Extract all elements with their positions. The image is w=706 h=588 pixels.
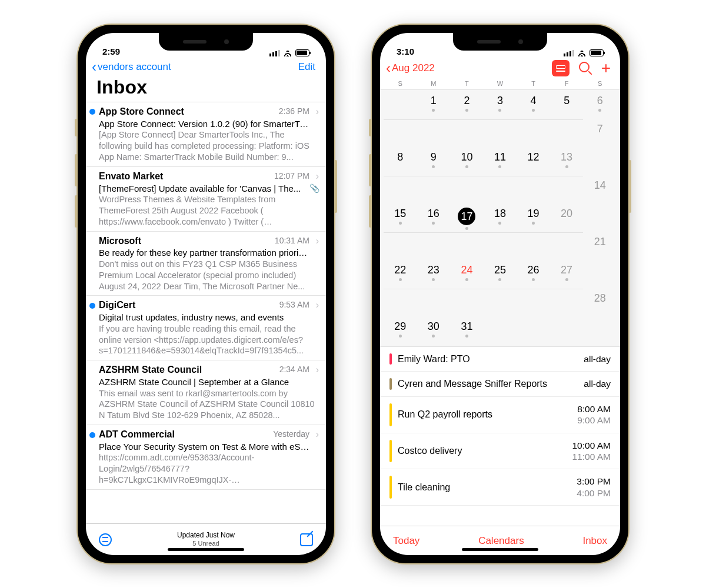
day-cell[interactable]: 9	[417, 148, 451, 176]
signal-icon	[564, 49, 574, 56]
day-cell	[484, 317, 517, 345]
search-icon[interactable]	[579, 62, 592, 75]
signal-icon	[269, 49, 280, 56]
day-cell[interactable]: 15	[384, 204, 417, 232]
event-item[interactable]: Emily Ward: PTOall-day	[380, 347, 620, 372]
day-cell[interactable]: 19	[517, 204, 550, 232]
day-cell[interactable]: 26	[517, 260, 550, 289]
day-cell[interactable]: 29	[384, 317, 417, 345]
day-cell[interactable]: 22	[384, 260, 417, 289]
day-cell[interactable]: 24	[450, 260, 484, 289]
mail-item[interactable]: ADT CommercialYesterday›Place Your Secur…	[86, 425, 326, 490]
chevron-right-icon: ›	[309, 171, 319, 183]
event-color-bar	[389, 440, 392, 463]
chevron-right-icon: ›	[309, 106, 319, 118]
day-cell[interactable]: 16	[417, 204, 451, 232]
event-item[interactable]: Costco delivery10:00 AM11:00 AM	[380, 433, 620, 470]
today-button[interactable]: Today	[393, 535, 419, 547]
day-cell[interactable]: 31	[450, 317, 484, 345]
day-cell[interactable]: 6	[583, 91, 617, 119]
add-event-button[interactable]: +	[601, 64, 611, 74]
day-cell[interactable]: 27	[550, 260, 584, 289]
inbox-button[interactable]: Inbox	[582, 535, 607, 547]
day-cell[interactable]: 1	[417, 91, 451, 119]
day-cell[interactable]: 14	[583, 176, 617, 204]
day-cell[interactable]: 8	[384, 148, 417, 176]
mail-item[interactable]: Microsoft10:31 AM›Be ready for these key…	[86, 232, 326, 296]
day-cell	[550, 317, 584, 345]
mail-list[interactable]: App Store Connect2:36 PM›App Store Conne…	[86, 102, 326, 523]
home-indicator[interactable]	[462, 548, 538, 551]
attachment-icon	[309, 376, 319, 388]
mail-subject: AZSHRM State Council | September at a Gl…	[99, 376, 309, 388]
mail-sender: Envato Market	[99, 171, 274, 183]
day-cell[interactable]: 17	[450, 204, 484, 232]
mail-preview: https://comm.adt.com/e/953633/Account-Lo…	[99, 452, 319, 486]
chevron-left-icon: ‹	[92, 60, 96, 74]
mail-subject: Be ready for these key partner transform…	[99, 247, 309, 259]
day-cell[interactable]: 13	[550, 148, 584, 176]
day-cell[interactable]: 3	[484, 91, 517, 119]
day-cell[interactable]: 25	[484, 260, 517, 289]
chevron-right-icon: ›	[309, 235, 319, 248]
day-cell[interactable]: 10	[450, 148, 484, 176]
home-indicator[interactable]	[168, 548, 244, 551]
mail-time: 9:53 AM	[279, 299, 309, 312]
event-item[interactable]: Run Q2 payroll reports8:00 AM9:00 AM	[380, 397, 620, 433]
compose-icon[interactable]	[300, 533, 313, 546]
wifi-icon	[283, 49, 292, 56]
status-time: 3:10	[397, 46, 414, 56]
unread-dot	[89, 109, 95, 115]
weekday-label: M	[417, 80, 451, 87]
day-cell[interactable]: 7	[583, 119, 617, 148]
mail-sender: App Store Connect	[99, 106, 279, 118]
event-item[interactable]: Tile cleaning3:00 PM4:00 PM	[380, 469, 620, 506]
day-cell[interactable]: 2	[450, 91, 484, 119]
event-title: Run Q2 payroll reports	[398, 409, 571, 420]
back-button[interactable]: ‹ vendors account	[92, 60, 171, 74]
day-cell[interactable]: 23	[417, 260, 451, 289]
day-cell[interactable]: 4	[517, 91, 550, 119]
day-cell[interactable]: 21	[583, 232, 617, 260]
mail-time: Yesterday	[273, 429, 309, 441]
event-color-bar	[389, 378, 392, 389]
phone-mail: 2:59 ‹ vendors account Edit Inbox App St…	[76, 24, 335, 564]
mail-subject: Place Your Security System on Test & Mor…	[99, 441, 309, 453]
edit-button[interactable]: Edit	[298, 61, 315, 73]
mail-preview: If you are having trouble reading this e…	[99, 323, 319, 357]
weekday-label: T	[450, 80, 484, 87]
month-label: Aug 2022	[392, 62, 435, 74]
day-cell[interactable]: 18	[484, 204, 517, 232]
calendars-button[interactable]: Calendars	[478, 535, 524, 547]
mail-item[interactable]: AZSHRM State Council2:34 AM›AZSHRM State…	[86, 360, 326, 425]
month-back-button[interactable]: ‹ Aug 2022	[386, 61, 435, 75]
event-times: 3:00 PM4:00 PM	[577, 476, 611, 499]
day-cell[interactable]: 30	[417, 317, 451, 345]
mail-time: 12:07 PM	[274, 171, 309, 183]
mail-time: 10:31 AM	[275, 235, 309, 248]
day-cell[interactable]: 28	[583, 289, 617, 317]
month-grid[interactable]: 1234567891011121314151617181920212223242…	[380, 89, 620, 347]
mail-item[interactable]: Envato Market12:07 PM›[ThemeForest] Upda…	[86, 167, 326, 232]
mail-item[interactable]: App Store Connect2:36 PM›App Store Conne…	[86, 102, 326, 167]
unread-dot	[89, 303, 95, 309]
day-cell[interactable]: 20	[550, 204, 584, 232]
day-cell[interactable]: 5	[550, 91, 584, 119]
event-list[interactable]: Emily Ward: PTOall-dayCyren and Message …	[380, 347, 620, 526]
day-cell[interactable]: 11	[484, 148, 517, 176]
list-view-button[interactable]	[552, 60, 570, 76]
attachment-icon	[309, 441, 319, 453]
attachment-icon: 📎	[309, 183, 319, 195]
day-cell[interactable]: 12	[517, 148, 550, 176]
attachment-icon	[309, 118, 319, 130]
event-item[interactable]: Cyren and Message Sniffer Reportsall-day	[380, 372, 620, 396]
event-color-bar	[389, 476, 392, 499]
notch	[453, 33, 547, 51]
mail-item[interactable]: DigiCert9:53 AM›Digital trust updates, i…	[86, 296, 326, 360]
status-time: 2:59	[102, 46, 120, 56]
event-title: Emily Ward: PTO	[398, 354, 578, 365]
mail-preview: [App Store Connect] Dear SmarterTools In…	[99, 129, 319, 163]
mail-subject: App Store Connect: Version 1.0.2 (90) fo…	[99, 118, 309, 130]
weekday-label: T	[517, 80, 550, 87]
notch	[159, 33, 253, 51]
